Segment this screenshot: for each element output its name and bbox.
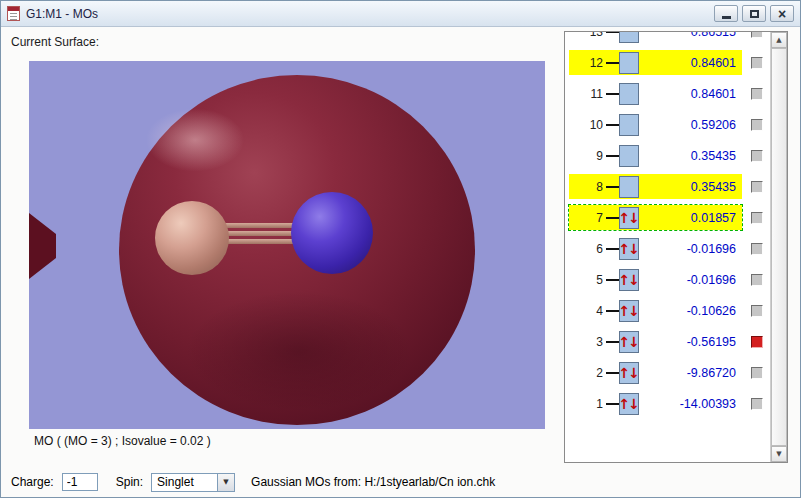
mo-level-7[interactable]: 7↑↓0.01857	[569, 205, 742, 230]
mo-row-5[interactable]: 5↑↓-0.01696	[565, 264, 770, 295]
spin-down-arrow-icon: ↓	[628, 208, 640, 228]
mo-list-panel: 130.86515120.84601110.84601100.5920690.3…	[564, 31, 788, 463]
mo-row-13[interactable]: 130.86515	[565, 32, 770, 47]
mo-visible-checkbox[interactable]	[751, 398, 763, 410]
virtual-orbital-box[interactable]	[619, 114, 639, 136]
mo-row-6[interactable]: 6↑↓-0.01696	[565, 233, 770, 264]
close-button[interactable]: ×	[770, 5, 794, 22]
dropdown-arrow-icon[interactable]: ▼	[217, 474, 234, 491]
virtual-orbital-box[interactable]	[619, 52, 639, 74]
mo-visible-checkbox[interactable]	[751, 150, 763, 162]
mo-row-8[interactable]: 80.35435	[565, 171, 770, 202]
mo-level-12[interactable]: 120.84601	[569, 50, 742, 75]
mo-number: 10	[579, 118, 603, 132]
mo-row-7[interactable]: 7↑↓0.01857	[565, 202, 770, 233]
mo-visible-checkbox[interactable]	[751, 181, 763, 193]
mo-level-6[interactable]: 6↑↓-0.01696	[569, 236, 742, 261]
mo-level-11[interactable]: 110.84601	[569, 81, 742, 106]
surface-caption: MO ( (MO = 3) ; Isovalue = 0.02 )	[34, 434, 211, 448]
orbital-lobe-left	[29, 213, 56, 279]
occupied-orbital-box[interactable]: ↑↓	[619, 331, 639, 353]
mo-level-2[interactable]: 2↑↓-9.86720	[569, 360, 742, 385]
virtual-orbital-box[interactable]	[619, 32, 639, 43]
minimize-icon	[722, 16, 731, 19]
scroll-up-button[interactable]: ▲	[771, 32, 787, 48]
mo-row-3[interactable]: 3↑↓-0.56195	[565, 326, 770, 357]
titlebar[interactable]: G1:M1 - MOs ×	[1, 1, 800, 27]
window-title: G1:M1 - MOs	[26, 7, 98, 21]
mo-energy-value: -14.00393	[639, 397, 742, 411]
mo-visible-checkbox[interactable]	[751, 274, 763, 286]
mo-visible-checkbox[interactable]	[751, 336, 763, 348]
footer-bar: Charge: Spin: Singlet ▼ Gaussian MOs fro…	[1, 465, 800, 498]
mo-visible-checkbox[interactable]	[751, 32, 763, 38]
mo-visible-checkbox[interactable]	[751, 305, 763, 317]
mo-row-12[interactable]: 120.84601	[565, 47, 770, 78]
maximize-button[interactable]	[742, 5, 766, 22]
energy-level-line	[606, 310, 619, 312]
mo-level-5[interactable]: 5↑↓-0.01696	[569, 267, 742, 292]
spin-down-arrow-icon: ↓	[628, 394, 640, 414]
mo-row-11[interactable]: 110.84601	[565, 78, 770, 109]
mo-row-1[interactable]: 1↑↓-14.00393	[565, 388, 770, 419]
mo-visible-checkbox[interactable]	[751, 88, 763, 100]
scroll-down-button[interactable]: ▼	[771, 446, 787, 462]
mo-level-13[interactable]: 130.86515	[569, 32, 742, 44]
minimize-button[interactable]	[714, 5, 738, 22]
mo-energy-value: 0.84601	[639, 56, 742, 70]
mo-energy-value: 0.59206	[639, 118, 742, 132]
mo-level-10[interactable]: 100.59206	[569, 112, 742, 137]
mo-level-1[interactable]: 1↑↓-14.00393	[569, 391, 742, 416]
spin-dropdown[interactable]: Singlet ▼	[151, 473, 235, 492]
spin-label: Spin:	[116, 475, 143, 489]
mo-row-4[interactable]: 4↑↓-0.10626	[565, 295, 770, 326]
mo-number: 2	[579, 366, 603, 380]
energy-level-line	[606, 217, 619, 219]
mo-level-4[interactable]: 4↑↓-0.10626	[569, 298, 742, 323]
energy-level-line	[606, 186, 619, 188]
energy-level-line	[606, 372, 619, 374]
mo-visible-checkbox[interactable]	[751, 212, 763, 224]
mo-list-scrollbar[interactable]: ▲ ▼	[770, 32, 787, 462]
mo-3d-view[interactable]	[29, 61, 545, 429]
mo-visible-checkbox[interactable]	[751, 57, 763, 69]
mo-level-3[interactable]: 3↑↓-0.56195	[569, 329, 742, 354]
mo-energy-value: -0.10626	[639, 304, 742, 318]
mo-number: 12	[579, 56, 603, 70]
energy-level-line	[606, 93, 619, 95]
occupied-orbital-box[interactable]: ↑↓	[619, 269, 639, 291]
spin-down-arrow-icon: ↓	[628, 239, 640, 259]
occupied-orbital-box[interactable]: ↑↓	[619, 238, 639, 260]
mo-number: 9	[579, 149, 603, 163]
mo-number: 3	[579, 335, 603, 349]
virtual-orbital-box[interactable]	[619, 176, 639, 198]
virtual-orbital-box[interactable]	[619, 83, 639, 105]
occupied-orbital-box[interactable]: ↑↓	[619, 207, 639, 229]
charge-label: Charge:	[11, 475, 54, 489]
occupied-orbital-box[interactable]: ↑↓	[619, 300, 639, 322]
occupied-orbital-box[interactable]: ↑↓	[619, 362, 639, 384]
orbital-highlight	[125, 95, 265, 185]
mo-visible-checkbox[interactable]	[751, 119, 763, 131]
mo-energy-value: -0.01696	[639, 273, 742, 287]
virtual-orbital-box[interactable]	[619, 145, 639, 167]
mo-visible-checkbox[interactable]	[751, 367, 763, 379]
mo-level-8[interactable]: 80.35435	[569, 174, 742, 199]
mo-level-9[interactable]: 90.35435	[569, 143, 742, 168]
occupied-orbital-box[interactable]: ↑↓	[619, 393, 639, 415]
mo-visible-checkbox[interactable]	[751, 243, 763, 255]
gaussian-source-text: Gaussian MOs from: H:/1styearlab/Cn ion.…	[251, 475, 495, 489]
mo-row-2[interactable]: 2↑↓-9.86720	[565, 357, 770, 388]
mo-energy-value: 0.86515	[639, 32, 742, 39]
charge-input[interactable]	[62, 473, 98, 491]
energy-level-line	[606, 341, 619, 343]
mo-energy-value: 0.35435	[639, 180, 742, 194]
scrollbar-thumb[interactable]	[771, 48, 787, 446]
energy-level-line	[606, 279, 619, 281]
mo-row-10[interactable]: 100.59206	[565, 109, 770, 140]
mo-number: 11	[579, 87, 603, 101]
mo-row-9[interactable]: 90.35435	[565, 140, 770, 171]
orbital-shadow	[149, 271, 449, 429]
maximize-icon	[750, 10, 759, 18]
mo-energy-value: -0.56195	[639, 335, 742, 349]
